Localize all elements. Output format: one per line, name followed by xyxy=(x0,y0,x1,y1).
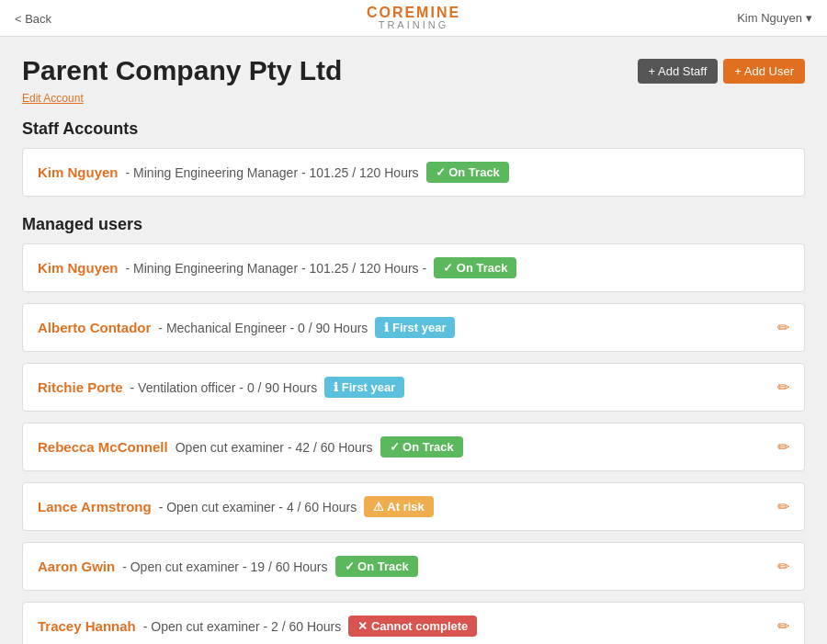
card-left: Rebecca McConnellOpen cut examiner - 42 … xyxy=(38,436,463,458)
staff-section: Staff Accounts Kim Nguyen- Mining Engine… xyxy=(22,119,805,197)
user-detail: - Mechanical Engineer - 0 / 90 Hours xyxy=(158,321,368,335)
app-header: < Back COREMINE TRAINING Kim Nguyen ▾ xyxy=(0,0,827,37)
status-badge: ✕ Cannot complete xyxy=(348,616,477,637)
user-detail: Open cut examiner - 42 / 60 Hours xyxy=(176,440,373,455)
page-title: Parent Company Pty Ltd xyxy=(22,55,342,86)
card-left: Lance Armstrong- Open cut examiner - 4 /… xyxy=(38,496,434,517)
list-item: Kim Nguyen- Mining Engineering Manager -… xyxy=(22,243,805,292)
header-logo: COREMINE TRAINING xyxy=(367,6,460,30)
list-item: Aaron Gwin- Open cut examiner - 19 / 60 … xyxy=(22,542,805,591)
user-name: Kim Nguyen xyxy=(737,11,802,25)
status-badge: ℹ First year xyxy=(324,377,404,398)
user-detail: - Mining Engineering Manager - 101.25 / … xyxy=(126,165,419,180)
managed-cards: Kim Nguyen- Mining Engineering Manager -… xyxy=(22,243,805,644)
card-left: Aaron Gwin- Open cut examiner - 19 / 60 … xyxy=(38,556,418,577)
add-user-button[interactable]: + Add User xyxy=(723,59,805,84)
logo-text: COREMINE xyxy=(367,6,460,20)
card-left: Ritchie Porte- Ventilation officer - 0 /… xyxy=(38,377,404,398)
dropdown-icon: ▾ xyxy=(806,11,812,25)
add-staff-button[interactable]: + Add Staff xyxy=(638,59,719,84)
user-detail: - Open cut examiner - 2 / 60 Hours xyxy=(143,619,342,634)
edit-icon[interactable]: ✏ xyxy=(777,438,789,456)
title-buttons: + Add Staff + Add User xyxy=(638,59,805,84)
card-left: Kim Nguyen- Mining Engineering Manager -… xyxy=(38,162,509,183)
edit-icon[interactable]: ✏ xyxy=(777,558,789,575)
title-row: Parent Company Pty Ltd + Add Staff + Add… xyxy=(22,55,805,86)
user-menu[interactable]: Kim Nguyen ▾ xyxy=(737,11,812,25)
edit-icon[interactable]: ✏ xyxy=(777,617,789,635)
status-badge: ✓ On Track xyxy=(426,162,509,183)
user-detail: - Ventilation officer - 0 / 90 Hours xyxy=(130,380,318,395)
user-name: Rebecca McConnell xyxy=(38,439,168,455)
user-detail: - Open cut examiner - 19 / 60 Hours xyxy=(122,559,327,574)
list-item: Ritchie Porte- Ventilation officer - 0 /… xyxy=(22,363,805,412)
list-item: Lance Armstrong- Open cut examiner - 4 /… xyxy=(22,482,805,531)
user-name: Alberto Contador xyxy=(38,320,151,335)
managed-section: Managed users Kim Nguyen- Mining Enginee… xyxy=(22,215,805,644)
user-name: Kim Nguyen xyxy=(38,260,119,276)
status-badge: ✓ On Track xyxy=(380,436,463,458)
list-item: Kim Nguyen- Mining Engineering Manager -… xyxy=(22,148,805,197)
logo-training: TRAINING xyxy=(379,20,449,30)
status-badge: ✓ On Track xyxy=(434,257,516,278)
header-left: < Back xyxy=(15,11,51,26)
edit-icon[interactable]: ✏ xyxy=(777,498,789,515)
user-detail: - Open cut examiner - 4 / 60 Hours xyxy=(159,500,357,514)
edit-account-link[interactable]: Edit Account xyxy=(22,92,84,105)
staff-section-title: Staff Accounts xyxy=(22,119,805,139)
status-badge: ℹ First year xyxy=(375,317,455,338)
managed-section-title: Managed users xyxy=(22,215,805,234)
list-item: Tracey Hannah- Open cut examiner - 2 / 6… xyxy=(22,602,805,644)
user-name: Ritchie Porte xyxy=(38,379,123,395)
user-name: Kim Nguyen xyxy=(38,164,119,180)
card-left: Alberto Contador- Mechanical Engineer - … xyxy=(38,317,455,338)
logo-mine: MINE xyxy=(416,5,460,20)
status-badge: ✓ On Track xyxy=(335,556,418,577)
user-name: Aaron Gwin xyxy=(38,559,115,574)
status-badge: ⚠ At risk xyxy=(364,496,434,517)
user-name: Lance Armstrong xyxy=(38,499,152,514)
staff-cards: Kim Nguyen- Mining Engineering Manager -… xyxy=(22,148,805,197)
back-link[interactable]: < Back xyxy=(15,12,51,26)
logo-core-colored: CORE xyxy=(367,5,416,20)
edit-icon[interactable]: ✏ xyxy=(777,319,789,336)
page-content: Parent Company Pty Ltd + Add Staff + Add… xyxy=(0,37,827,644)
edit-icon[interactable]: ✏ xyxy=(777,378,789,396)
card-left: Tracey Hannah- Open cut examiner - 2 / 6… xyxy=(38,616,477,637)
user-detail: - Mining Engineering Manager - 101.25 / … xyxy=(126,261,427,276)
user-name: Tracey Hannah xyxy=(38,618,136,634)
list-item: Alberto Contador- Mechanical Engineer - … xyxy=(22,303,805,352)
card-left: Kim Nguyen- Mining Engineering Manager -… xyxy=(38,257,516,278)
list-item: Rebecca McConnellOpen cut examiner - 42 … xyxy=(22,423,805,471)
